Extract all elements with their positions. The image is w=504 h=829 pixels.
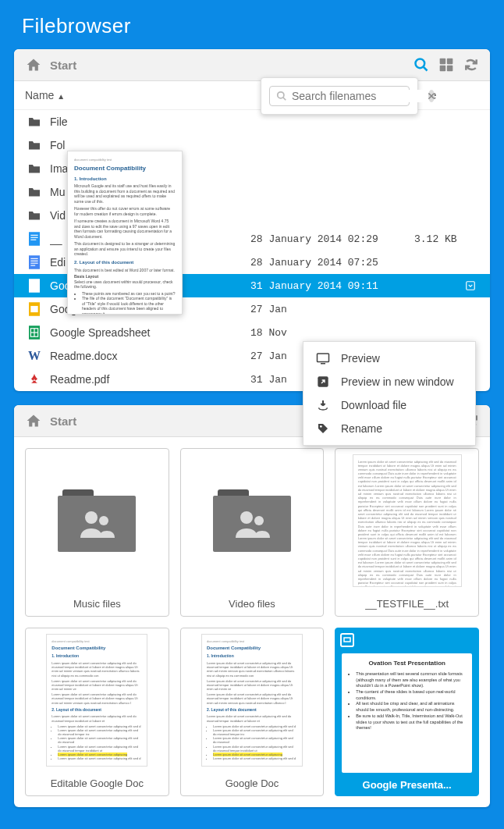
file-type-icon [25,326,44,340]
col-name-header[interactable]: Name▲ [25,89,251,101]
ctx-preview[interactable]: Preview [303,347,475,370]
card-label: Editable Google Doc [26,771,169,795]
search-icon [276,91,287,101]
svg-point-44 [99,516,108,525]
svg-rect-2 [440,59,446,65]
folder-icon [58,489,136,552]
svg-rect-11 [30,235,37,236]
grid-card[interactable]: Ovation Test PresentationThis presentati… [335,628,479,796]
file-name: Readme.docx [50,350,250,362]
file-type-icon: W [25,349,44,363]
file-row[interactable]: File [14,110,490,133]
card-label: Google Presenta... [335,773,478,795]
grid-card[interactable]: Video files [180,448,325,617]
ctx-tag[interactable]: Rename [303,417,475,440]
svg-line-7 [283,98,286,101]
card-label: Google Doc [181,771,324,795]
svg-rect-5 [447,66,453,72]
ctx-newwin[interactable]: Preview in new window [303,370,475,393]
ctx-label: Preview in new window [341,375,454,388]
download-icon [316,399,330,411]
ctx-label: Download file [341,399,406,411]
file-date: 28 January 2014 07:25 [250,257,414,269]
file-type-icon [25,187,44,197]
file-type-icon [25,232,44,246]
preview-icon [316,352,330,365]
svg-rect-19 [29,279,40,293]
app-title: Filebrowser [22,14,490,38]
context-menu: PreviewPreview in new windowDownload fil… [303,341,476,446]
svg-rect-31 [318,354,329,362]
file-panel-list: Start Name▲ Size FileFolI [14,49,490,391]
grid-card[interactable]: document compatibility testDocument Comp… [25,628,169,796]
search-icon[interactable] [413,57,429,73]
clear-search-icon[interactable] [428,90,435,102]
svg-rect-16 [30,261,37,262]
svg-rect-21 [30,284,37,285]
card-label: Music files [26,592,169,616]
grid-card[interactable]: document compatibility testDocument Comp… [180,628,325,796]
svg-point-43 [85,511,98,524]
file-size: 3.12 KB [414,233,465,245]
grid-card[interactable]: Music files [25,448,169,617]
svg-line-1 [424,67,428,71]
doc-thumbnail: document compatibility testDocument Comp… [46,634,147,767]
file-date: 31 January 2014 09:11 [250,280,414,292]
ctx-download[interactable]: Download file [303,393,475,417]
card-label: __TESTFILE__.txt [335,592,478,616]
grid-view-icon[interactable] [438,57,454,73]
breadcrumb[interactable]: Start [50,59,413,72]
grid-body: Music filesVideo filesLorem ipsum dolor … [14,437,490,807]
file-name: File [50,116,250,128]
file-type-icon [25,302,44,316]
text-thumbnail: Lorem ipsum dolor sit amet consectetur a… [353,454,462,587]
file-name: Fol [50,139,250,151]
file-date: 18 Nov [250,327,414,339]
svg-rect-14 [29,255,40,269]
svg-rect-3 [447,59,453,65]
card-label: Video files [181,592,324,616]
newwin-icon [316,375,330,388]
file-type-icon [25,210,44,221]
grid-card[interactable]: Lorem ipsum dolor sit amet consectetur a… [335,448,479,617]
svg-rect-15 [30,258,37,259]
search-popover [261,77,418,115]
file-date: 28 January 2014 02:29 [250,233,414,245]
sort-asc-icon: ▲ [57,92,65,101]
file-name: Google Spreadsheet [50,326,250,339]
refresh-icon[interactable] [463,57,479,73]
search-input[interactable] [292,90,428,102]
svg-rect-18 [30,265,35,266]
svg-rect-12 [30,237,37,238]
file-type-icon [25,163,44,174]
file-type-icon [25,372,44,386]
svg-rect-23 [30,289,35,290]
svg-rect-13 [30,240,36,240]
ctx-label: Rename [341,422,382,435]
ctx-label: Preview [341,352,380,365]
svg-point-0 [416,59,425,69]
svg-point-46 [254,516,264,525]
file-type-icon [25,116,44,127]
presentation-badge [335,628,478,653]
svg-rect-10 [29,232,40,246]
thumbnail-popover: document compatibility test Document Com… [67,151,183,315]
svg-rect-26 [30,306,37,312]
folder-icon [213,489,291,552]
svg-rect-24 [467,282,475,290]
file-type-icon [25,140,44,151]
file-panel-grid: Start Music filesVideo filesLorem ipsum … [14,405,490,807]
file-type-icon [25,279,44,293]
svg-point-6 [278,92,284,98]
svg-point-34 [320,425,322,428]
file-type-icon [25,255,44,269]
home-icon[interactable] [25,413,42,429]
slide-thumbnail: Ovation Test PresentationThis presentati… [342,653,472,773]
svg-rect-20 [30,282,37,283]
file-date: 27 Jan [250,304,414,315]
row-menu-icon[interactable] [465,280,479,291]
doc-thumbnail: document compatibility testDocument Comp… [201,634,303,767]
file-name: Readme.pdf [50,373,250,386]
home-icon[interactable] [25,57,42,73]
svg-rect-17 [30,263,37,264]
